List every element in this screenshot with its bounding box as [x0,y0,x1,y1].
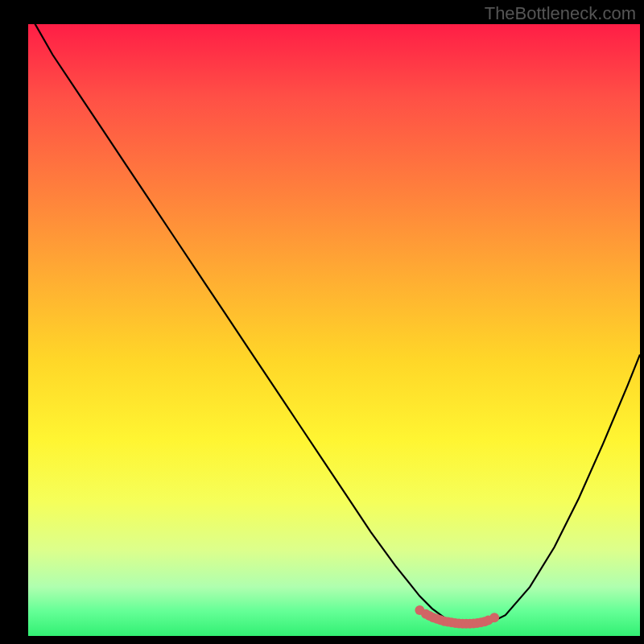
chart-svg [28,24,640,636]
watermark-text: TheBottleneck.com [485,3,636,24]
highlight-markers [415,605,499,629]
curve-line [28,24,640,625]
highlight-marker [489,613,499,622]
chart-area [28,24,640,636]
